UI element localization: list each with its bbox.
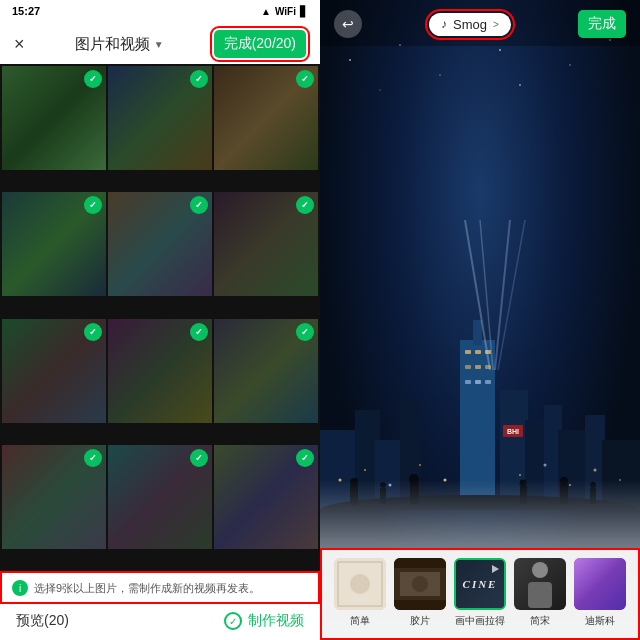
svg-point-3 [499,49,501,51]
film-filter-preview [394,558,446,610]
photo-cell[interactable]: ✓ [214,445,318,549]
status-icons: ▲ WiFi ▋ [261,6,308,17]
title-dropdown[interactable]: 图片和视频 ▼ [75,35,164,54]
done-button[interactable]: 完成(20/20) [214,30,306,58]
info-bar: i 选择9张以上图片，需制作成新的视频再发表。 [0,571,320,604]
photo-cell[interactable]: ✓ [108,319,212,423]
time: 15:27 [12,5,40,17]
status-bar: 15:27 ▲ WiFi ▋ [0,0,320,22]
back-button[interactable]: ↩ [334,10,362,38]
check-badge: ✓ [190,323,208,341]
stars-decoration [320,30,640,230]
filter-thumb-person [514,558,566,610]
check-badge: ✓ [296,449,314,467]
filter-label-film: 胶片 [410,614,430,628]
music-selector[interactable]: ♪ Smog > [429,13,511,36]
disco-overlay [574,558,626,610]
photo-cell[interactable]: ✓ [2,66,106,170]
info-message: 选择9张以上图片，需制作成新的视频再发表。 [34,581,260,596]
filter-item-film[interactable]: 胶片 [394,558,446,628]
filter-label-simple: 简单 [350,614,370,628]
filter-thumb-film [394,558,446,610]
make-video-label: 制作视频 [248,612,304,630]
light-beams [460,220,540,370]
photo-grid: ✓ ✓ ✓ ✓ ✓ ✓ ✓ ✓ ✓ ✓ ✓ ✓ [0,64,320,571]
svg-point-60 [350,574,370,594]
signal-icon: ▲ [261,6,271,17]
check-badge: ✓ [296,196,314,214]
filter-bar: 简单 胶片 CINE [320,548,640,640]
cine-label-overlay: CINE [456,560,504,608]
photo-cell[interactable]: ✓ [108,66,212,170]
svg-rect-22 [485,380,491,384]
svg-point-4 [569,64,571,66]
check-badge: ✓ [296,323,314,341]
make-video-button[interactable]: ✓ 制作视频 [224,612,304,630]
check-badge: ✓ [84,323,102,341]
svg-point-64 [412,576,428,592]
photo-cell[interactable]: ✓ [214,66,318,170]
battery-icon: ▋ [300,6,308,17]
preview-label[interactable]: 预览(20) [16,612,69,630]
person-silhouette [522,560,558,608]
filter-item-person[interactable]: 简宋 [514,558,566,628]
svg-rect-68 [574,558,626,610]
photo-cell[interactable]: ✓ [108,445,212,549]
svg-point-7 [519,84,521,86]
chevron-down-icon: ▼ [154,39,164,50]
check-badge: ✓ [84,449,102,467]
svg-point-2 [439,74,441,76]
check-badge: ✓ [84,70,102,88]
right-done-button[interactable]: 完成 [578,10,626,38]
photo-cell[interactable]: ✓ [2,319,106,423]
play-icon [490,564,500,574]
bottom-actions: 预览(20) ✓ 制作视频 [0,604,320,640]
filter-label-cine: 画中画拉得 [455,614,505,628]
chevron-right-icon: > [493,19,499,30]
filter-item-cine[interactable]: CINE 画中画拉得 [454,558,506,628]
wifi-icon: WiFi [275,6,296,17]
photo-cell[interactable]: ✓ [108,192,212,296]
check-circle-icon: ✓ [224,612,242,630]
simple-filter-preview [334,558,386,610]
svg-rect-21 [475,380,481,384]
photo-cell[interactable]: ✓ [2,445,106,549]
svg-rect-20 [465,380,471,384]
check-badge: ✓ [190,449,208,467]
right-panel: BHI [320,0,640,640]
svg-point-66 [532,562,548,578]
filter-label-person: 简宋 [530,614,550,628]
filter-item-disco[interactable]: 迪斯科 [574,558,626,628]
svg-point-0 [349,59,351,61]
filter-thumb-cine: CINE [454,558,506,610]
person-filter-bg [514,558,566,610]
filter-thumb-disco [574,558,626,610]
header-title: 图片和视频 [75,35,150,54]
svg-point-6 [379,89,381,91]
filter-label-disco: 迪斯科 [585,614,615,628]
disco-filter-bg [574,558,626,610]
check-badge: ✓ [84,196,102,214]
svg-rect-67 [528,582,552,608]
photo-cell[interactable]: ✓ [2,192,106,296]
info-icon: i [12,580,28,596]
check-badge: ✓ [296,70,314,88]
svg-marker-65 [492,565,499,573]
check-badge: ✓ [190,70,208,88]
filter-thumb-simple [334,558,386,610]
photo-cell[interactable]: ✓ [214,192,318,296]
city-photo: BHI [320,0,640,640]
left-header: × 图片和视频 ▼ 完成(20/20) [0,22,320,64]
left-panel: 15:27 ▲ WiFi ▋ × 图片和视频 ▼ 完成(20/20) ✓ ✓ ✓… [0,0,320,640]
photo-cell[interactable]: ✓ [214,319,318,423]
filter-item-simple[interactable]: 简单 [334,558,386,628]
music-name-label: Smog [453,17,487,32]
cine-text: CINE [463,578,498,590]
close-button[interactable]: × [14,34,25,55]
right-header: ↩ ♪ Smog > 完成 [320,0,640,46]
check-badge: ✓ [190,196,208,214]
music-note-icon: ♪ [441,17,447,31]
